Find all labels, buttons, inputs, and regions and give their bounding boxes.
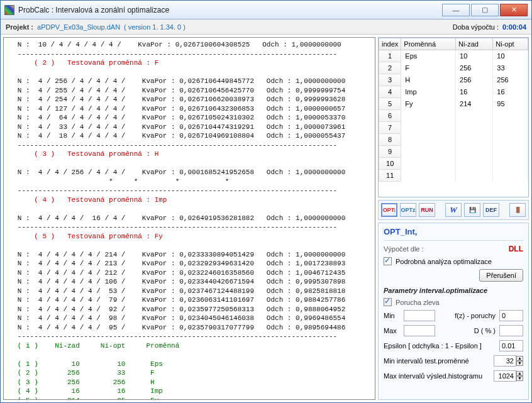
porucha-checkbox [384,298,392,306]
projekt-label: Projekt : [6,23,33,31]
table-row[interactable]: 11 [379,170,528,182]
min-int-label: Min intervalů test.proměnné [384,357,469,365]
spin-down-icon[interactable]: ▼ [516,376,523,381]
table-row[interactable]: 2F25633 [379,62,528,74]
min-label: Min [384,312,400,319]
variable-grid[interactable]: index Proměnná Ni-zad Ni-opt 1Eps1010 2F… [378,37,529,197]
table-row[interactable]: 7 [379,122,528,134]
table-row[interactable]: 10 [379,158,528,170]
version-label: ( version 1. 1.34. 0 ) [124,23,186,31]
exit-button[interactable]: 🚪 [509,203,526,217]
epsilon-input[interactable] [499,340,523,351]
podrobna-label: Podrobná analýza optimalizace [396,258,492,265]
duration-label: Doba výpočtu : [453,23,499,31]
min-input[interactable] [404,310,435,321]
projekt-name: aPDPV_Ex03a_Sloup.dAN [37,23,120,31]
max-input[interactable] [404,325,435,336]
spin-down-icon[interactable]: ▼ [516,361,523,366]
save-icon: 💾 [469,207,476,213]
window-title: ProbCalc : Intervalová a zonální optimal… [18,6,169,14]
info-toolbar: Projekt : aPDPV_Ex03a_Sloup.dAN ( versio… [1,19,531,35]
table-row[interactable]: 4Imp1616 [379,86,528,98]
close-button[interactable]: ✕ [500,4,528,16]
action-toolbar: OPTᵢ OPTz RUN W 💾 DEF 🚪 [378,200,529,220]
table-row[interactable]: 5Fy21495 [379,98,528,110]
log-panel: N : 10 / 4 / 4 / 4 / 4 / KvaPor : 0,0267… [3,37,375,400]
table-row[interactable]: 1Eps1010 [379,50,528,62]
save-button[interactable]: 💾 [464,203,480,217]
app-icon [4,5,14,15]
max-int-label: Max intervalů výsled.histogramu [384,372,482,380]
dpct-label: D ( % ) [474,327,496,334]
max-int-spinner[interactable]: ▲▼ [494,370,523,382]
def-button[interactable]: DEF [483,203,499,217]
log-output: N : 10 / 4 / 4 / 4 / 4 / KvaPor : 0,0267… [5,40,374,400]
exit-icon: 🚪 [514,207,521,213]
window-titlebar: ProbCalc : Intervalová a zonální optimal… [1,1,531,19]
fz-input[interactable] [499,310,523,321]
vypocet-label: Výpočet dle : [384,245,424,253]
spin-up-icon[interactable]: ▲ [516,356,523,361]
spin-up-icon[interactable]: ▲ [516,371,523,376]
minimize-button[interactable]: — [442,4,470,16]
maximize-button[interactable]: ▢ [471,4,499,16]
optz-button[interactable]: OPTz [400,203,416,217]
porucha-label: Porucha zleva [396,299,440,306]
run-button[interactable]: RUN [419,203,435,217]
options-panel: OPT_Int, Výpočet dle : DLL Podrobná anal… [378,223,529,400]
min-int-spinner[interactable]: ▲▼ [494,355,523,367]
vypocet-value: DLL [509,245,523,253]
podrobna-checkbox[interactable] [384,257,392,265]
params-heading: Parametry interval.optimalizace [384,287,523,294]
preruseni-button[interactable]: Přerušení [479,269,523,282]
table-row[interactable]: 6 [379,110,528,122]
fz-label: f(z) - poruchy [455,312,496,319]
col-promenna[interactable]: Proměnná [401,38,456,50]
duration-value: 0:00:04 [502,23,526,31]
col-ni-zad[interactable]: Ni-zad [456,38,493,50]
col-ni-opt[interactable]: Ni-opt [493,38,528,50]
dpct-input[interactable] [499,325,523,336]
table-row[interactable]: 9 [379,146,528,158]
panel-heading: OPT_Int, [384,227,523,236]
w-button[interactable]: W [445,203,462,217]
opti-button[interactable]: OPTᵢ [381,203,397,217]
table-row[interactable]: 8 [379,134,528,146]
col-index[interactable]: index [379,38,401,50]
max-label: Max [384,327,400,334]
table-row[interactable]: 3H256256 [379,74,528,86]
epsilon-label: Epsilon [ odchylka : 1 - Epsilon ] [384,342,482,350]
